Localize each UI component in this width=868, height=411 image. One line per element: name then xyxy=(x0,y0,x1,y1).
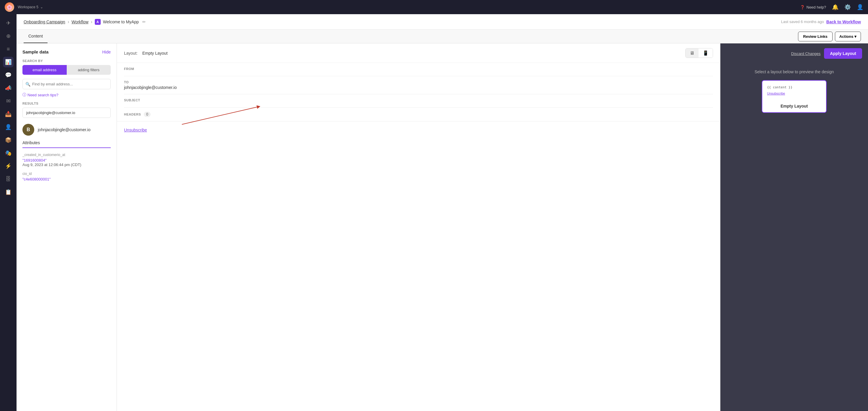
headers-label: HEADERS xyxy=(124,113,141,116)
workspace-selector[interactable]: Workspace 5 ⌄ xyxy=(18,5,43,9)
search-input[interactable] xyxy=(23,79,111,89)
breadcrumb-sep-2: › xyxy=(91,19,92,25)
settings-icon[interactable]: ⚙️ xyxy=(844,4,851,10)
apply-layout-button[interactable]: Apply Layout xyxy=(824,48,862,59)
profile-icon[interactable]: 👤 xyxy=(857,4,863,10)
layout-hint-text: Select a layout below to preview the des… xyxy=(755,69,834,74)
device-toggle: 🖥 📱 xyxy=(685,48,713,58)
to-value: johnjacobjingle@customer.io xyxy=(124,85,713,90)
edit-node-name-icon[interactable]: ✏ xyxy=(142,20,146,24)
nav-icons: ❓ Need help? 🔔 ⚙️ 👤 xyxy=(800,4,864,10)
top-nav: 🌸 Workspace 5 ⌄ ❓ Need help? 🔔 ⚙️ 👤 xyxy=(0,0,868,14)
question-icon: ❓ xyxy=(800,5,805,9)
layout-card-name: Empty Layout xyxy=(781,104,808,109)
layout-card-footer: Empty Layout xyxy=(762,100,826,112)
app-body: ✈ ⊕ ≡ 📊 💬 📣 ✉ 📥 👤 📦 🎭 ⚡ 🗄 📋 Onboarding C… xyxy=(0,0,868,411)
subject-label: SUBJECT xyxy=(124,98,713,102)
search-input-wrap: 🔍 xyxy=(23,79,111,89)
from-field: FROM xyxy=(124,63,713,76)
need-help-link[interactable]: ❓ Need help? xyxy=(800,5,826,9)
review-links-button[interactable]: Review Links xyxy=(798,32,832,41)
desktop-view-button[interactable]: 🖥 xyxy=(686,49,699,58)
email-toolbar: Layout: Empty Layout 🖥 📱 xyxy=(117,43,720,63)
content-area: Sample data Hide SEARCH BY email address… xyxy=(17,43,868,411)
search-tips-label: Need search tips? xyxy=(27,93,58,97)
left-sidebar: ✈ ⊕ ≡ 📊 💬 📣 ✉ 📥 👤 📦 🎭 ⚡ 🗄 📋 xyxy=(0,14,17,411)
attr-cio-id-value: "c4e608000001" xyxy=(23,177,111,181)
app-logo[interactable]: 🌸 xyxy=(5,2,14,12)
attr-created-at: _created_in_customerio_at "1691600804" A… xyxy=(23,153,111,167)
search-icon: 🔍 xyxy=(25,82,30,87)
logo-icon: 🌸 xyxy=(6,4,12,10)
user-avatar: B xyxy=(23,124,34,136)
main-content: Onboarding Campaign › Workflow › A Welco… xyxy=(17,14,868,411)
workspace-name: Workspace 5 xyxy=(18,5,38,9)
sidebar-item-objects[interactable]: 📦 xyxy=(3,135,13,145)
breadcrumb-node-icon: A xyxy=(95,19,101,25)
unsubscribe-link[interactable]: Unsubscribe xyxy=(124,128,147,133)
layout-card-unsubscribe-link: Unsubscribe xyxy=(767,92,822,95)
attr-created-at-value: "1691600804" xyxy=(23,158,111,163)
breadcrumb-current-node: Welcome to MyApp xyxy=(103,20,139,24)
sidebar-item-messages[interactable]: 💬 xyxy=(3,70,13,80)
sidebar-item-activity[interactable]: ⚡ xyxy=(3,161,13,171)
need-help-label: Need help? xyxy=(807,5,826,9)
layout-card-empty[interactable]: {{ content }} Unsubscribe Empty Layout xyxy=(762,80,827,113)
to-field: TO johnjacobjingle@customer.io xyxy=(124,76,713,94)
layout-panel-header: Discard Changes Apply Layout xyxy=(720,43,868,63)
layout-label: Layout: xyxy=(124,51,137,56)
subject-field: SUBJECT xyxy=(124,94,713,108)
to-label: TO xyxy=(124,80,713,84)
workspace-chevron: ⌄ xyxy=(40,5,43,9)
search-by-label: SEARCH BY xyxy=(23,59,111,63)
back-to-workflow-link[interactable]: Back to Workflow xyxy=(826,20,861,24)
sidebar-item-inbox[interactable]: 📥 xyxy=(3,109,13,119)
sample-data-panel: Sample data Hide SEARCH BY email address… xyxy=(17,43,117,411)
attributes-tab[interactable]: Attributes xyxy=(23,140,111,148)
sidebar-item-broadcast[interactable]: 📣 xyxy=(3,83,13,93)
search-by-toggle: email address adding filters xyxy=(23,65,111,75)
discard-changes-button[interactable]: Discard Changes xyxy=(791,51,821,56)
layout-card-content-text: {{ content }} xyxy=(767,85,822,89)
sidebar-item-chart[interactable]: 📊 xyxy=(3,57,13,67)
attr-cio-id: cio_id "c4e608000001" xyxy=(23,172,111,181)
search-tips-link[interactable]: ⓘ Need search tips? xyxy=(23,92,111,97)
breadcrumb-workflow[interactable]: Workflow xyxy=(71,20,88,24)
notification-icon[interactable]: 🔔 xyxy=(832,4,838,10)
adding-filters-toggle[interactable]: adding filters xyxy=(67,65,111,75)
layout-value: Empty Layout xyxy=(142,51,168,56)
layout-panel: Discard Changes Apply Layout Select a la… xyxy=(720,43,868,411)
sidebar-item-analytics[interactable]: ⊕ xyxy=(3,31,13,41)
actions-button[interactable]: Actions ▾ xyxy=(835,32,861,41)
sidebar-item-send[interactable]: ✈ xyxy=(3,18,13,28)
tab-actions: Review Links Actions ▾ xyxy=(798,32,861,41)
unsubscribe-area: Unsubscribe xyxy=(117,121,720,139)
headers-badge: 0 xyxy=(144,112,151,117)
last-saved-label: Last saved 6 months ago xyxy=(781,20,824,24)
mobile-view-button[interactable]: 📱 xyxy=(699,49,713,58)
from-label: FROM xyxy=(124,67,713,70)
sidebar-item-database[interactable]: 🗄 xyxy=(3,174,13,184)
hide-sample-link[interactable]: Hide xyxy=(102,50,111,54)
user-email: johnjacobjingle@customer.io xyxy=(38,127,90,132)
attr-created-at-key: _created_in_customerio_at xyxy=(23,153,111,157)
layout-preview-area: Select a layout below to preview the des… xyxy=(720,63,868,119)
breadcrumb-campaign[interactable]: Onboarding Campaign xyxy=(24,20,65,24)
email-preview-panel: Layout: Empty Layout 🖥 📱 FROM TO johnjac… xyxy=(117,43,720,411)
breadcrumb-sep-1: › xyxy=(68,19,69,25)
user-row: B johnjacobjingle@customer.io xyxy=(23,124,111,136)
sidebar-item-table[interactable]: 📋 xyxy=(3,187,13,197)
sidebar-item-profile2[interactable]: 🎭 xyxy=(3,148,13,158)
sidebar-item-email[interactable]: ✉ xyxy=(3,96,13,106)
sidebar-item-layers[interactable]: ≡ xyxy=(3,44,13,54)
tab-content[interactable]: Content xyxy=(24,30,48,43)
results-select[interactable]: johnjacobjingle@customer.io xyxy=(23,108,111,118)
attr-cio-id-key: cio_id xyxy=(23,172,111,176)
info-icon: ⓘ xyxy=(23,92,26,97)
breadcrumb-bar: Onboarding Campaign › Workflow › A Welco… xyxy=(17,14,868,30)
sample-header: Sample data Hide xyxy=(23,49,111,54)
attr-created-at-date: Aug 9, 2023 at 12:06:44 pm (CDT) xyxy=(23,163,111,167)
sidebar-item-people[interactable]: 👤 xyxy=(3,122,13,133)
email-address-toggle[interactable]: email address xyxy=(23,65,67,75)
tab-bar: Content Review Links Actions ▾ xyxy=(17,30,868,43)
